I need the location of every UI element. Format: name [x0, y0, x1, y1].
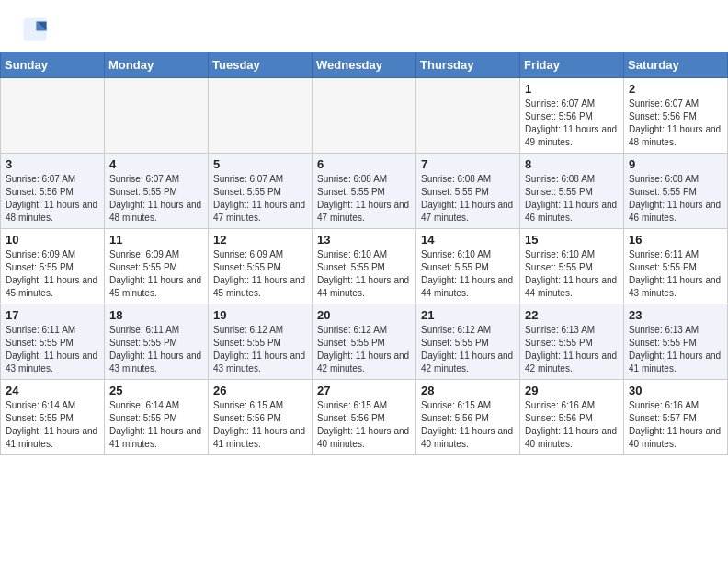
- day-info: Sunrise: 6:13 AM Sunset: 5:55 PM Dayligh…: [525, 324, 619, 375]
- day-number: 12: [213, 233, 307, 247]
- day-info: Sunrise: 6:10 AM Sunset: 5:55 PM Dayligh…: [317, 248, 411, 300]
- day-info: Sunrise: 6:10 AM Sunset: 5:55 PM Dayligh…: [421, 248, 515, 300]
- calendar-cell: 14Sunrise: 6:10 AM Sunset: 5:55 PM Dayli…: [416, 229, 520, 304]
- day-number: 7: [421, 157, 515, 171]
- page-header: [0, 0, 728, 52]
- day-number: 21: [421, 308, 515, 322]
- calendar-cell: 28Sunrise: 6:15 AM Sunset: 5:56 PM Dayli…: [416, 380, 520, 455]
- calendar-week-2: 3Sunrise: 6:07 AM Sunset: 5:56 PM Daylig…: [1, 154, 728, 229]
- day-info: Sunrise: 6:14 AM Sunset: 5:55 PM Dayligh…: [6, 399, 99, 451]
- day-info: Sunrise: 6:07 AM Sunset: 5:56 PM Dayligh…: [629, 98, 722, 149]
- day-number: 22: [525, 308, 619, 322]
- day-info: Sunrise: 6:11 AM Sunset: 5:55 PM Dayligh…: [6, 324, 99, 375]
- day-info: Sunrise: 6:12 AM Sunset: 5:55 PM Dayligh…: [213, 324, 307, 375]
- calendar-cell: 22Sunrise: 6:13 AM Sunset: 5:55 PM Dayli…: [520, 304, 624, 380]
- day-info: Sunrise: 6:07 AM Sunset: 5:56 PM Dayligh…: [525, 98, 619, 149]
- weekday-monday: Monday: [105, 52, 209, 78]
- day-number: 2: [629, 82, 722, 96]
- day-number: 25: [109, 384, 203, 397]
- calendar-cell: 24Sunrise: 6:14 AM Sunset: 5:55 PM Dayli…: [1, 380, 105, 455]
- weekday-wednesday: Wednesday: [313, 52, 416, 78]
- calendar-body: 1Sunrise: 6:07 AM Sunset: 5:56 PM Daylig…: [1, 78, 728, 455]
- day-number: 18: [109, 308, 203, 322]
- calendar-cell: 25Sunrise: 6:14 AM Sunset: 5:55 PM Dayli…: [105, 380, 209, 455]
- calendar-cell: 12Sunrise: 6:09 AM Sunset: 5:55 PM Dayli…: [209, 229, 313, 304]
- calendar-cell: [209, 78, 313, 154]
- calendar-cell: 13Sunrise: 6:10 AM Sunset: 5:55 PM Dayli…: [313, 229, 416, 304]
- calendar-cell: 20Sunrise: 6:12 AM Sunset: 5:55 PM Dayli…: [313, 304, 416, 380]
- day-number: 14: [421, 233, 515, 247]
- day-info: Sunrise: 6:08 AM Sunset: 5:55 PM Dayligh…: [317, 173, 411, 224]
- day-info: Sunrise: 6:16 AM Sunset: 5:56 PM Dayligh…: [525, 399, 619, 451]
- day-number: 10: [6, 233, 99, 247]
- logo-icon: [22, 17, 48, 42]
- day-number: 8: [525, 157, 619, 171]
- day-info: Sunrise: 6:12 AM Sunset: 5:55 PM Dayligh…: [421, 324, 515, 375]
- calendar-cell: 7Sunrise: 6:08 AM Sunset: 5:55 PM Daylig…: [416, 154, 520, 229]
- day-info: Sunrise: 6:09 AM Sunset: 5:55 PM Dayligh…: [109, 248, 203, 300]
- calendar-cell: 2Sunrise: 6:07 AM Sunset: 5:56 PM Daylig…: [624, 78, 728, 154]
- calendar-cell: 16Sunrise: 6:11 AM Sunset: 5:55 PM Dayli…: [624, 229, 728, 304]
- calendar-cell: 11Sunrise: 6:09 AM Sunset: 5:55 PM Dayli…: [105, 229, 209, 304]
- day-number: 30: [629, 384, 722, 397]
- day-number: 16: [629, 233, 722, 247]
- day-number: 6: [317, 157, 411, 171]
- day-number: 17: [6, 308, 99, 322]
- day-info: Sunrise: 6:07 AM Sunset: 5:56 PM Dayligh…: [6, 173, 99, 224]
- weekday-friday: Friday: [520, 52, 624, 78]
- day-number: 3: [6, 157, 99, 171]
- day-number: 26: [213, 384, 307, 397]
- calendar-cell: 4Sunrise: 6:07 AM Sunset: 5:55 PM Daylig…: [105, 154, 209, 229]
- calendar-cell: [416, 78, 520, 154]
- calendar-cell: 3Sunrise: 6:07 AM Sunset: 5:56 PM Daylig…: [1, 154, 105, 229]
- day-info: Sunrise: 6:09 AM Sunset: 5:55 PM Dayligh…: [6, 248, 99, 300]
- calendar-cell: 18Sunrise: 6:11 AM Sunset: 5:55 PM Dayli…: [105, 304, 209, 380]
- calendar-table: SundayMondayTuesdayWednesdayThursdayFrid…: [0, 52, 728, 455]
- weekday-thursday: Thursday: [416, 52, 520, 78]
- weekday-header-row: SundayMondayTuesdayWednesdayThursdayFrid…: [1, 52, 728, 78]
- day-number: 28: [421, 384, 515, 397]
- calendar-cell: 19Sunrise: 6:12 AM Sunset: 5:55 PM Dayli…: [209, 304, 313, 380]
- day-info: Sunrise: 6:08 AM Sunset: 5:55 PM Dayligh…: [421, 173, 515, 224]
- day-number: 15: [525, 233, 619, 247]
- calendar-cell: 9Sunrise: 6:08 AM Sunset: 5:55 PM Daylig…: [624, 154, 728, 229]
- day-info: Sunrise: 6:14 AM Sunset: 5:55 PM Dayligh…: [109, 399, 203, 451]
- day-info: Sunrise: 6:09 AM Sunset: 5:55 PM Dayligh…: [213, 248, 307, 300]
- day-number: 9: [629, 157, 722, 171]
- day-info: Sunrise: 6:11 AM Sunset: 5:55 PM Dayligh…: [629, 248, 722, 300]
- day-info: Sunrise: 6:12 AM Sunset: 5:55 PM Dayligh…: [317, 324, 411, 375]
- day-number: 24: [6, 384, 99, 397]
- calendar-cell: 6Sunrise: 6:08 AM Sunset: 5:55 PM Daylig…: [313, 154, 416, 229]
- weekday-sunday: Sunday: [1, 52, 105, 78]
- calendar-cell: 29Sunrise: 6:16 AM Sunset: 5:56 PM Dayli…: [520, 380, 624, 455]
- calendar-cell: 17Sunrise: 6:11 AM Sunset: 5:55 PM Dayli…: [1, 304, 105, 380]
- calendar-cell: 15Sunrise: 6:10 AM Sunset: 5:55 PM Dayli…: [520, 229, 624, 304]
- calendar-week-5: 24Sunrise: 6:14 AM Sunset: 5:55 PM Dayli…: [1, 380, 728, 455]
- day-number: 29: [525, 384, 619, 397]
- day-info: Sunrise: 6:10 AM Sunset: 5:55 PM Dayligh…: [525, 248, 619, 300]
- calendar-week-4: 17Sunrise: 6:11 AM Sunset: 5:55 PM Dayli…: [1, 304, 728, 380]
- day-info: Sunrise: 6:13 AM Sunset: 5:55 PM Dayligh…: [629, 324, 722, 375]
- calendar-week-3: 10Sunrise: 6:09 AM Sunset: 5:55 PM Dayli…: [1, 229, 728, 304]
- day-number: 4: [109, 157, 203, 171]
- weekday-tuesday: Tuesday: [209, 52, 313, 78]
- day-info: Sunrise: 6:15 AM Sunset: 5:56 PM Dayligh…: [213, 399, 307, 451]
- calendar-cell: 21Sunrise: 6:12 AM Sunset: 5:55 PM Dayli…: [416, 304, 520, 380]
- calendar-cell: [313, 78, 416, 154]
- calendar-cell: 30Sunrise: 6:16 AM Sunset: 5:57 PM Dayli…: [624, 380, 728, 455]
- day-number: 13: [317, 233, 411, 247]
- calendar-week-1: 1Sunrise: 6:07 AM Sunset: 5:56 PM Daylig…: [1, 78, 728, 154]
- weekday-saturday: Saturday: [624, 52, 728, 78]
- day-number: 5: [213, 157, 307, 171]
- day-info: Sunrise: 6:16 AM Sunset: 5:57 PM Dayligh…: [629, 399, 722, 451]
- day-info: Sunrise: 6:15 AM Sunset: 5:56 PM Dayligh…: [421, 399, 515, 451]
- day-info: Sunrise: 6:07 AM Sunset: 5:55 PM Dayligh…: [109, 173, 203, 224]
- day-number: 19: [213, 308, 307, 322]
- calendar-cell: 8Sunrise: 6:08 AM Sunset: 5:55 PM Daylig…: [520, 154, 624, 229]
- day-info: Sunrise: 6:08 AM Sunset: 5:55 PM Dayligh…: [629, 173, 722, 224]
- calendar-cell: [105, 78, 209, 154]
- day-number: 20: [317, 308, 411, 322]
- day-number: 11: [109, 233, 203, 247]
- day-info: Sunrise: 6:08 AM Sunset: 5:55 PM Dayligh…: [525, 173, 619, 224]
- day-number: 23: [629, 308, 722, 322]
